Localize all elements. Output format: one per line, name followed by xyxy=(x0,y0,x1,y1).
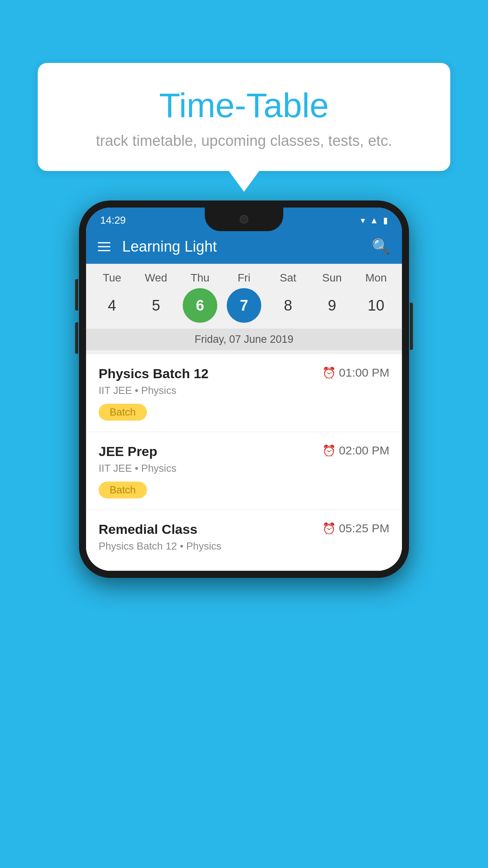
app-bar: Learning Light 🔍 xyxy=(86,229,402,264)
app-bar-left: Learning Light xyxy=(98,238,217,255)
schedule-list: Physics Batch 12 ⏰ 01:00 PM IIT JEE • Ph… xyxy=(86,354,402,571)
selected-date-label: Friday, 07 June 2019 xyxy=(86,329,402,350)
clock-icon: ⏰ xyxy=(322,366,336,379)
phone-mockup: 14:29 ▾ ▲ ▮ Learning Light 🔍 xyxy=(79,200,409,578)
promo-card: Time-Table track timetable, upcoming cla… xyxy=(38,63,450,192)
day-label: Sun xyxy=(312,272,352,284)
date-cell[interactable]: 5 xyxy=(139,288,173,323)
card-title: Time-Table xyxy=(61,86,427,125)
calendar: TueWedThuFriSatSunMon 45678910 Friday, 0… xyxy=(86,264,402,354)
day-label: Thu xyxy=(180,272,220,284)
schedule-time: ⏰ 01:00 PM xyxy=(322,366,389,379)
app-title: Learning Light xyxy=(122,238,217,255)
battery-icon: ▮ xyxy=(383,215,388,226)
phone-screen: 14:29 ▾ ▲ ▮ Learning Light 🔍 xyxy=(86,208,402,571)
day-label: Fri xyxy=(224,272,264,284)
speech-bubble-tail xyxy=(228,170,260,192)
schedule-time: ⏰ 02:00 PM xyxy=(322,444,389,457)
status-icons: ▾ ▲ ▮ xyxy=(361,215,388,226)
day-headers: TueWedThuFriSatSunMon xyxy=(86,272,402,284)
day-label: Tue xyxy=(92,272,132,284)
date-cell[interactable]: 9 xyxy=(315,288,349,323)
schedule-item-header: JEE Prep ⏰ 02:00 PM xyxy=(99,444,389,459)
power-button xyxy=(410,303,413,350)
day-label: Wed xyxy=(136,272,176,284)
batch-tag: Batch xyxy=(99,482,147,498)
menu-icon[interactable] xyxy=(98,242,110,251)
schedule-name: Physics Batch 12 xyxy=(99,366,209,381)
schedule-item[interactable]: Remedial Class ⏰ 05:25 PM Physics Batch … xyxy=(86,510,402,571)
day-label: Sat xyxy=(268,272,308,284)
schedule-item-header: Physics Batch 12 ⏰ 01:00 PM xyxy=(99,366,389,381)
clock-icon: ⏰ xyxy=(322,444,336,457)
volume-up-button xyxy=(75,279,78,311)
wifi-icon: ▾ xyxy=(361,215,365,226)
date-row: 45678910 xyxy=(86,288,402,323)
front-camera xyxy=(240,215,248,224)
schedule-sub: IIT JEE • Physics xyxy=(99,462,389,474)
date-cell[interactable]: 10 xyxy=(359,288,393,323)
batch-tag: Batch xyxy=(99,404,147,421)
date-cell[interactable]: 6 xyxy=(183,288,217,323)
schedule-item[interactable]: JEE Prep ⏰ 02:00 PM IIT JEE • Physics Ba… xyxy=(86,432,402,510)
schedule-sub: IIT JEE • Physics xyxy=(99,384,389,397)
clock-icon: ⏰ xyxy=(322,522,336,535)
speech-bubble: Time-Table track timetable, upcoming cla… xyxy=(38,63,450,171)
date-cell[interactable]: 7 xyxy=(227,288,261,323)
status-time: 14:29 xyxy=(100,214,126,226)
search-button[interactable]: 🔍 xyxy=(372,238,390,255)
schedule-time: ⏰ 05:25 PM xyxy=(322,522,389,535)
signal-icon: ▲ xyxy=(370,215,378,226)
schedule-item-header: Remedial Class ⏰ 05:25 PM xyxy=(99,522,389,537)
schedule-item[interactable]: Physics Batch 12 ⏰ 01:00 PM IIT JEE • Ph… xyxy=(86,354,402,432)
volume-down-button xyxy=(75,322,78,354)
schedule-name: Remedial Class xyxy=(99,522,197,537)
phone-notch xyxy=(205,208,283,231)
schedule-name: JEE Prep xyxy=(99,444,157,459)
phone-outer: 14:29 ▾ ▲ ▮ Learning Light 🔍 xyxy=(79,200,409,578)
day-label: Mon xyxy=(356,272,396,284)
schedule-sub: Physics Batch 12 • Physics xyxy=(99,540,389,552)
date-cell[interactable]: 4 xyxy=(95,288,129,323)
date-cell[interactable]: 8 xyxy=(271,288,305,323)
card-subtitle: track timetable, upcoming classes, tests… xyxy=(61,132,427,149)
